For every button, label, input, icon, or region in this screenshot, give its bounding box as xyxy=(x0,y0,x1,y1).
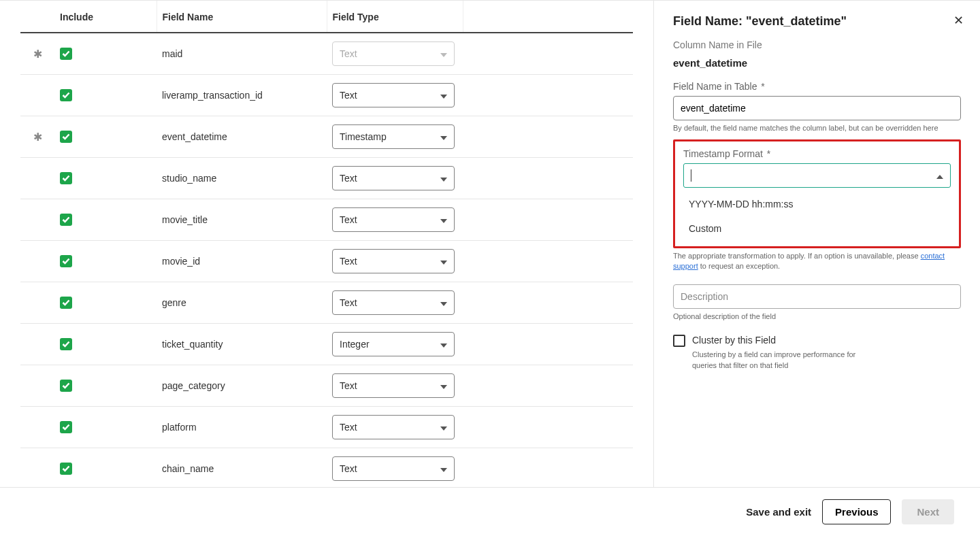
field-name-cell: ticket_quantity xyxy=(157,324,327,365)
field-type-select[interactable]: Text xyxy=(332,456,455,481)
table-row[interactable]: studio_nameText xyxy=(20,158,633,199)
chevron-down-icon xyxy=(440,380,447,391)
fields-table: Include Field Name Field Type ✱maidTextl… xyxy=(20,1,633,487)
required-marker xyxy=(20,324,54,365)
chevron-down-icon xyxy=(440,48,447,59)
panel-title: Field Name: "event_datetime" xyxy=(673,14,961,29)
chevron-down-icon xyxy=(440,173,447,184)
timestamp-format-label: Timestamp Format * xyxy=(683,148,951,159)
field-name-cell: movie_id xyxy=(157,241,327,282)
th-required xyxy=(20,1,54,33)
include-checkbox[interactable] xyxy=(60,297,72,309)
timestamp-format-options: YYYY-MM-DD hh:mm:ss Custom xyxy=(683,192,951,241)
timestamp-option-iso[interactable]: YYYY-MM-DD hh:mm:ss xyxy=(683,192,951,216)
field-name-cell: chain_name xyxy=(157,448,327,488)
include-checkbox[interactable] xyxy=(60,214,72,226)
chevron-down-icon xyxy=(440,131,447,142)
required-marker xyxy=(20,158,54,199)
include-checkbox[interactable] xyxy=(60,463,72,475)
field-name-cell: maid xyxy=(157,33,327,75)
field-type-select[interactable]: Text xyxy=(332,207,455,232)
required-marker xyxy=(20,448,54,488)
required-marker xyxy=(20,241,54,282)
timestamp-format-highlight: Timestamp Format * YYYY-MM-DD hh:mm:ss C… xyxy=(673,139,961,248)
include-checkbox[interactable] xyxy=(60,338,72,350)
field-name-cell: genre xyxy=(157,282,327,324)
table-row[interactable]: ✱event_datetimeTimestamp xyxy=(20,116,633,158)
field-name-cell: movie_title xyxy=(157,199,327,241)
include-checkbox[interactable] xyxy=(60,255,72,267)
field-type-select[interactable]: Text xyxy=(332,83,455,107)
field-type-select[interactable]: Text xyxy=(332,249,455,273)
field-type-select: Text xyxy=(332,41,455,66)
close-icon[interactable]: ✕ xyxy=(953,13,964,28)
required-marker xyxy=(20,282,54,324)
table-row[interactable]: movie_titleText xyxy=(20,199,633,241)
include-checkbox[interactable] xyxy=(60,380,72,392)
include-checkbox[interactable] xyxy=(60,131,72,143)
column-name-value: event_datetime xyxy=(673,57,961,69)
field-type-select[interactable]: Text xyxy=(332,415,455,439)
field-name-cell: studio_name xyxy=(157,158,327,199)
table-row[interactable]: ticket_quantityInteger xyxy=(20,324,633,365)
field-type-select[interactable]: Text xyxy=(332,166,455,190)
include-checkbox[interactable] xyxy=(60,421,72,433)
field-name-hint: By default, the field name matches the c… xyxy=(673,123,961,133)
cluster-checkbox[interactable] xyxy=(673,335,685,347)
field-type-select[interactable]: Text xyxy=(332,373,455,398)
include-checkbox[interactable] xyxy=(60,89,72,101)
required-marker xyxy=(20,407,54,448)
field-details-panel: ✕ Field Name: "event_datetime" Column Na… xyxy=(653,1,980,487)
th-field-name: Field Name xyxy=(157,1,327,33)
description-hint: Optional description of the field xyxy=(673,312,961,321)
field-name-cell: platform xyxy=(157,407,327,448)
timestamp-option-custom[interactable]: Custom xyxy=(683,216,951,241)
cluster-hint: Clustering by a field can improve perfor… xyxy=(692,350,869,371)
include-checkbox[interactable] xyxy=(60,48,72,60)
chevron-down-icon xyxy=(440,463,447,474)
chevron-down-icon xyxy=(440,256,447,267)
required-marker xyxy=(20,75,54,116)
transform-hint: The appropriate transformation to apply.… xyxy=(673,251,961,271)
column-name-label: Column Name in File xyxy=(673,39,961,50)
th-include: Include xyxy=(54,1,157,33)
next-button: Next xyxy=(902,499,954,524)
required-marker: ✱ xyxy=(20,116,54,158)
timestamp-format-select[interactable] xyxy=(683,163,951,188)
chevron-down-icon xyxy=(440,422,447,433)
chevron-down-icon xyxy=(440,214,447,225)
field-type-select[interactable]: Text xyxy=(332,290,455,315)
chevron-down-icon xyxy=(440,339,447,350)
required-marker xyxy=(20,365,54,407)
table-row[interactable]: genreText xyxy=(20,282,633,324)
cluster-label: Cluster by this Field xyxy=(692,335,776,346)
field-name-in-table-label: Field Name in Table * xyxy=(673,81,961,92)
table-row[interactable]: liveramp_transaction_idText xyxy=(20,75,633,116)
description-input[interactable]: Description xyxy=(673,284,961,309)
field-name-cell: liveramp_transaction_id xyxy=(157,75,327,116)
chevron-up-icon xyxy=(936,170,943,181)
th-spacer xyxy=(463,1,633,33)
include-checkbox[interactable] xyxy=(60,172,72,184)
table-row[interactable]: chain_nameText xyxy=(20,448,633,488)
th-field-type: Field Type xyxy=(327,1,463,33)
field-type-select[interactable]: Timestamp xyxy=(332,124,455,149)
field-type-select[interactable]: Integer xyxy=(332,332,455,356)
field-name-cell: page_category xyxy=(157,365,327,407)
required-marker: ✱ xyxy=(20,33,54,75)
footer-bar: Save and exit Previous Next xyxy=(0,487,980,536)
field-name-in-table-input[interactable] xyxy=(673,96,961,120)
table-row[interactable]: ✱maidText xyxy=(20,33,633,75)
fields-table-pane: Include Field Name Field Type ✱maidTextl… xyxy=(0,1,653,487)
table-row[interactable]: page_categoryText xyxy=(20,365,633,407)
previous-button[interactable]: Previous xyxy=(822,499,891,524)
table-row[interactable]: platformText xyxy=(20,407,633,448)
chevron-down-icon xyxy=(440,297,447,308)
required-marker xyxy=(20,199,54,241)
chevron-down-icon xyxy=(440,90,447,101)
table-row[interactable]: movie_idText xyxy=(20,241,633,282)
save-and-exit-button[interactable]: Save and exit xyxy=(746,506,811,518)
field-name-cell: event_datetime xyxy=(157,116,327,158)
